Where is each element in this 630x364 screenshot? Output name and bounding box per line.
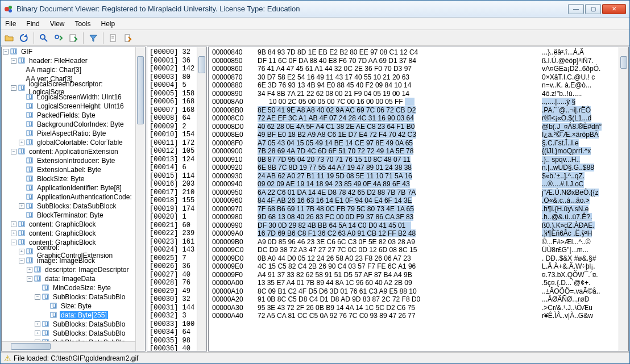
tree-node[interactable]: +ucontent: GraphicBlock <box>2 220 135 229</box>
hex-row[interactable]: 00000950 6A 22 C6 01 DA 14 4E D8 78 42 6… <box>212 189 615 197</box>
offset-row[interactable]: [00033] 100 <box>150 320 194 329</box>
offset-row[interactable]: [00032] 3 <box>150 312 194 320</box>
tree-node[interactable]: uPackedFields: Byte <box>2 111 135 120</box>
offset-row[interactable]: [00010] 154 <box>150 131 194 139</box>
hex-row[interactable]: 00000A00 13 35 E7 A4 01 7B 89 44 8A 1C 9… <box>212 279 615 287</box>
tree-node[interactable]: uExtensionIntroducer: Byte <box>2 156 135 165</box>
tree-node[interactable]: −ucontent: ApplicationExtension <box>2 147 135 156</box>
hex-row[interactable]: 00000930 24 AB 62 A0 27 B1 11 19 5D 08 5… <box>212 172 615 181</box>
offset-row[interactable]: [00031] 144 <box>150 304 194 312</box>
offset-row[interactable]: [00015] 114 <box>150 172 194 181</box>
offset-row[interactable]: [00030] 32 <box>150 295 194 304</box>
tree-node[interactable]: +uSubBlocks: DataSubBlo <box>2 320 135 329</box>
hex-row[interactable]: 000008D0 40 62 28 0E 4A 5F A4 C1 38 2E A… <box>212 123 615 131</box>
tree-node[interactable]: −ulogicalScreenDescriptor: LogicalScre <box>2 83 135 93</box>
hex-row[interactable]: 000009E0 4C 15 C5 82 C4 2B 26 90 C4 03 5… <box>212 262 615 271</box>
tree-node[interactable]: udata: Byte[255] <box>2 311 135 320</box>
offset-row[interactable]: [00011] 172 <box>150 139 194 148</box>
tree-node[interactable]: uBlockTerminator: Byte <box>2 211 135 220</box>
hex-row[interactable]: 00000840 9B 84 93 7D 8D 1E EB E2 B2 80 E… <box>212 48 615 57</box>
tree-node[interactable]: +uSubBlocks: DataSubBlo <box>2 329 135 338</box>
offset-row[interactable]: [00013] 124 <box>150 156 194 164</box>
offset-row[interactable]: [00026] 36 <box>150 262 194 271</box>
tree-node[interactable]: +ucontent: GraphicBlock <box>2 229 135 238</box>
tree-scroll-h[interactable] <box>2 341 135 351</box>
hex-row[interactable]: 000008B0 8E 50 41 9E A8 A8 40 02 9A AC 6… <box>212 106 615 115</box>
offset-row[interactable]: [00002] 142 <box>150 65 194 73</box>
hex-row[interactable]: 00000960 84 4F AB 26 16 63 16 14 E1 0F 9… <box>212 196 615 205</box>
expand-icon[interactable]: + <box>11 231 16 236</box>
offset-row[interactable]: [00014] 6 <box>150 164 194 172</box>
collapse-icon[interactable]: − <box>11 149 16 154</box>
tree-node[interactable]: +uSubBlocks: DataSubBlock <box>2 202 135 211</box>
tree-node[interactable]: uBlockSize: Byte <box>2 174 135 183</box>
hex-row[interactable]: 00000A30 95 3E 43 72 2F 26 0B B9 14 4A 1… <box>212 304 615 312</box>
tree-scroll-v[interactable] <box>135 47 145 351</box>
tree-node[interactable]: uLogicalScreenHeight: UInt16 <box>2 102 135 111</box>
menu-find[interactable]: Find <box>26 20 39 28</box>
maximize-button[interactable]: ▢ <box>585 4 601 14</box>
offset-row[interactable]: [00000] 32 <box>150 48 194 57</box>
tree-node[interactable]: +udescriptor: ImageDescriptor <box>2 265 135 274</box>
offset-row[interactable]: [00008] 64 <box>150 114 194 123</box>
offset-row[interactable]: [00001] 36 <box>150 57 194 65</box>
offset-row[interactable]: [00023] 161 <box>150 238 194 246</box>
hex-row[interactable]: 00000870 30 D7 58 E2 54 16 49 11 43 17 4… <box>212 73 615 82</box>
tree-node[interactable]: −uheader: FileHeader <box>2 56 135 65</box>
hex-row[interactable]: 00000980 9D 68 13 08 40 26 83 FC 00 0D F… <box>212 213 615 221</box>
filter-button[interactable] <box>87 32 100 44</box>
tree-node[interactable]: −uGIF <box>2 47 135 56</box>
offset-row[interactable]: [00024] 143 <box>150 246 194 254</box>
offset-row[interactable]: [00025] 7 <box>150 254 194 263</box>
offset-row[interactable]: [00019] 174 <box>150 205 194 214</box>
hex-row[interactable]: 000009D0 0B A0 44 D0 05 12 24 26 58 A0 2… <box>212 254 615 263</box>
tree-node[interactable]: +ucontrol: GraphicControlExtension <box>2 247 135 256</box>
open-button[interactable] <box>3 32 15 44</box>
hex-row[interactable]: 000009B0 A9 0D 85 96 46 23 3E C6 6C C3 0… <box>212 238 615 246</box>
expand-icon[interactable]: + <box>35 330 40 336</box>
tree-node[interactable]: uPixelAspectRatio: Byte <box>2 129 135 138</box>
offset-row[interactable]: [00035] 98 <box>150 337 194 345</box>
offset-row[interactable]: [00036] 40 <box>150 345 194 351</box>
tree-node[interactable]: AAmagic: Char[3] <box>2 65 135 74</box>
menu-tools[interactable]: Tools <box>74 20 90 28</box>
tree-node[interactable]: uSize: Byte <box>2 302 135 311</box>
hex-row[interactable]: 00000990 DF 30 0D 29 82 4B BB 64 5A 14 C… <box>212 221 615 230</box>
offset-row[interactable]: [00022] 239 <box>150 229 194 238</box>
hex-row[interactable]: 00000900 7B 28 69 4A 7D 4C 6D 6F 51 70 7… <box>212 147 615 156</box>
offset-row[interactable]: [00018] 155 <box>150 196 194 205</box>
hex-row[interactable]: 00000A10 8C 09 B1 C2 4F D5 D6 3D 01 76 6… <box>212 287 615 296</box>
collapse-icon[interactable]: − <box>11 240 16 245</box>
collapse-icon[interactable]: − <box>11 58 16 64</box>
hex-row[interactable]: 000008C0 72 AE EF 3C A1 AB 4F 07 24 28 4… <box>212 114 615 123</box>
hex-row[interactable]: 000008E0 49 BF E0 18 B2 A9 A8 C6 1E D7 E… <box>212 131 615 139</box>
minimize-button[interactable]: — <box>568 4 584 14</box>
menu-file[interactable]: File <box>5 20 16 28</box>
hex-row[interactable]: 000008F0 A7 05 43 04 15 05 49 14 BE 14 C… <box>212 139 615 148</box>
hex-row[interactable]: 00000970 7F 68 B6 69 11 7B 48 0C FB 79 5… <box>212 205 615 214</box>
tree-node[interactable]: uLogicalScreenWidth: UInt16 <box>2 93 135 102</box>
offset-row[interactable]: [00017] 210 <box>150 189 194 197</box>
offset-row[interactable]: [00007] 168 <box>150 106 194 115</box>
tree-node[interactable]: uExtensionLabel: Byte <box>2 165 135 174</box>
menu-help[interactable]: Help <box>101 20 115 28</box>
hex-row[interactable]: 00000910 0B 87 7D 95 04 20 73 70 71 76 1… <box>212 156 615 164</box>
hex-row[interactable]: 000009A0 16 7D 69 B6 C8 F1 36 C2 63 A0 9… <box>212 229 615 238</box>
find-next-button[interactable] <box>52 32 65 44</box>
hex-row[interactable]: 00000890 34 F4 8B 7A 21 22 62 08 00 21 F… <box>212 90 615 98</box>
hex-scroll-v[interactable] <box>619 47 628 351</box>
expand-icon[interactable]: + <box>11 221 16 227</box>
collapse-icon[interactable]: − <box>27 276 32 282</box>
close-button[interactable]: ✕ <box>602 4 626 14</box>
collapse-icon[interactable]: − <box>3 49 9 55</box>
offset-row[interactable]: [00021] 60 <box>150 221 194 230</box>
tree-node[interactable]: uBackgroundColorIndex: Byte <box>2 120 135 129</box>
expand-icon[interactable]: + <box>27 267 32 273</box>
tree-node[interactable]: uMinCodeSize: Byte <box>2 283 135 292</box>
hex-row[interactable]: 00000920 6E 8B 7C 8D 19 77 55 44 A7 19 4… <box>212 164 615 172</box>
expand-icon[interactable]: + <box>19 140 24 145</box>
offset-row[interactable]: [00006] 168 <box>150 98 194 106</box>
expand-icon[interactable]: + <box>35 321 40 327</box>
offset-row[interactable]: [00009] 2 <box>150 123 194 131</box>
doc-button[interactable] <box>107 32 119 44</box>
